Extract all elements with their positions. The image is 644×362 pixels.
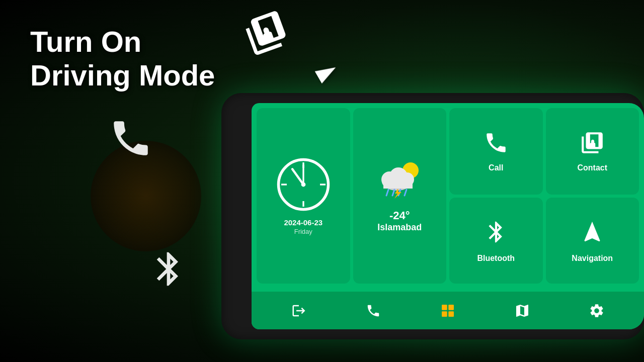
navigation-button[interactable]: Navigation <box>546 198 639 284</box>
navigation-label: Navigation <box>572 254 613 263</box>
weather-icon <box>374 159 425 205</box>
settings-nav-button[interactable] <box>584 298 609 323</box>
clock-date: 2024-06-23 <box>284 218 323 227</box>
clock-day: Friday <box>294 228 312 235</box>
svg-rect-19 <box>442 305 447 310</box>
weather-city: Islamabad <box>377 222 422 233</box>
weather-widget[interactable]: -24° Islamabad <box>353 108 447 284</box>
clock-widget[interactable]: 2024-06-23 Friday <box>257 108 350 284</box>
svg-rect-21 <box>442 311 447 317</box>
svg-line-17 <box>405 190 407 196</box>
svg-point-7 <box>301 182 305 187</box>
weather-temperature: -24° <box>389 209 410 222</box>
contact-label: Contact <box>577 163 607 172</box>
bluetooth-icon <box>484 218 509 251</box>
navigation-icon <box>580 218 605 251</box>
phone-device: 2024-06-23 Friday <box>221 93 644 339</box>
svg-line-14 <box>386 190 388 196</box>
phone-nav-button[interactable] <box>361 298 386 323</box>
phone-screen: 2024-06-23 Friday <box>252 103 644 329</box>
bluetooth-icon-decoration <box>148 246 189 301</box>
left-panel: Turn On Driving Mode <box>30 25 215 92</box>
bluetooth-label: Bluetooth <box>477 254 515 263</box>
svg-rect-20 <box>448 305 454 310</box>
bottom-navigation <box>252 292 644 329</box>
svg-line-5 <box>292 169 303 185</box>
weather-svg <box>374 159 425 200</box>
call-label: Call <box>489 163 503 172</box>
exit-nav-button[interactable] <box>286 298 311 323</box>
svg-rect-22 <box>448 311 454 317</box>
map-nav-button[interactable] <box>510 298 535 323</box>
clock-svg <box>276 157 331 212</box>
grid-nav-button[interactable] <box>435 298 460 323</box>
app-grid: 2024-06-23 Friday <box>252 103 644 287</box>
call-icon <box>484 130 509 160</box>
svg-line-15 <box>392 190 394 196</box>
contact-icon <box>580 130 605 160</box>
phone-icon-decoration <box>108 116 153 170</box>
bluetooth-button[interactable]: Bluetooth <box>449 198 543 284</box>
svg-rect-13 <box>383 182 413 189</box>
call-button[interactable]: Call <box>449 108 543 195</box>
contact-button[interactable]: Contact <box>546 108 639 195</box>
driving-mode-title: Turn On Driving Mode <box>30 25 215 92</box>
